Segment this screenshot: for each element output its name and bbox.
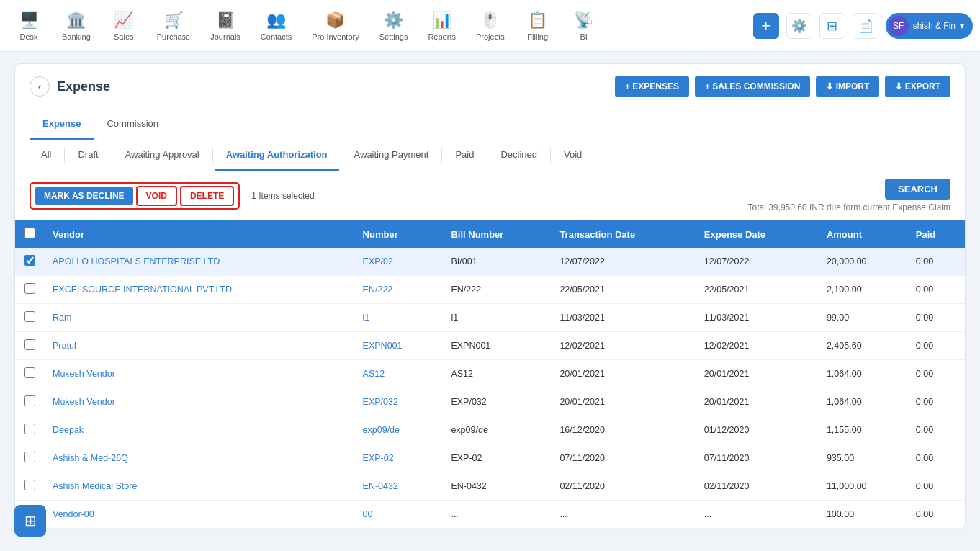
col-checkbox[interactable] <box>15 220 44 248</box>
row-checkbox-cell[interactable] <box>15 416 44 444</box>
row-transaction-date-9: ... <box>551 501 695 529</box>
nav-pro-inventory[interactable]: 📦 Pro Inventory <box>303 5 367 47</box>
row-number-5: EXP/032 <box>354 388 443 416</box>
row-bill-number-7: EXP-02 <box>442 444 551 472</box>
expenses-button[interactable]: + EXPENSES <box>615 76 689 97</box>
back-button[interactable]: ‹ <box>30 76 50 97</box>
row-checkbox-cell[interactable] <box>15 304 44 332</box>
row-checkbox-cell[interactable] <box>15 360 44 388</box>
row-checkbox-cell[interactable] <box>15 332 44 360</box>
settings-nav-button[interactable]: ⚙️ <box>786 13 812 39</box>
row-number-8: EN-0432 <box>354 472 443 501</box>
top-nav: 🖥️ Desk 🏛️ Banking 📈 Sales 🛒 Purchase 📓 … <box>0 0 980 52</box>
sub-tab-awaiting-authorization[interactable]: Awaiting Authorization <box>215 140 339 171</box>
nav-desk[interactable]: 🖥️ Desk <box>7 5 50 47</box>
delete-button[interactable]: DELETE <box>180 186 234 206</box>
table-row: EXCELSOURCE INTERNATIONAL PVT.LTD. EN/22… <box>15 276 965 304</box>
bi-icon: 📡 <box>574 11 593 30</box>
row-bill-number-8: EN-0432 <box>442 472 551 501</box>
row-transaction-date-5: 20/01/2021 <box>551 388 695 416</box>
row-checkbox-cell[interactable] <box>15 444 44 472</box>
row-expense-date-0: 12/07/2022 <box>696 248 818 276</box>
sales-commission-button[interactable]: + SALES COMMISSION <box>695 76 810 97</box>
tab-expense[interactable]: Expense <box>30 109 94 140</box>
nav-banking-label: Banking <box>62 32 91 41</box>
table-row: Deepak exp09/de exp09/de 16/12/2020 01/1… <box>15 416 965 444</box>
divider-2 <box>112 148 112 163</box>
tab-commission[interactable]: Commission <box>94 109 171 140</box>
nav-purchase[interactable]: 🛒 Purchase <box>148 5 199 47</box>
nav-journals-label: Journals <box>210 32 240 41</box>
row-transaction-date-2: 11/03/2021 <box>551 304 695 332</box>
sub-tab-all[interactable]: All <box>30 140 63 171</box>
expense-table-wrap: Vendor Number Bill Number Transaction Da… <box>15 220 965 529</box>
row-vendor-1: EXCELSOURCE INTERNATIONAL PVT.LTD. <box>44 276 354 304</box>
bottom-widget[interactable]: ⊞ <box>14 505 46 537</box>
row-checkbox-1[interactable] <box>24 283 35 294</box>
document-button[interactable]: 📄 <box>853 13 878 39</box>
select-all-checkbox[interactable] <box>24 228 35 238</box>
sub-tab-paid[interactable]: Paid <box>444 140 485 171</box>
page-content: ‹ Expense + EXPENSES + SALES COMMISSION … <box>0 52 980 551</box>
row-checkbox-3[interactable] <box>24 339 35 350</box>
grid-button[interactable]: ⊞ <box>819 13 845 39</box>
selected-count: 1 Items selected <box>251 191 314 201</box>
nav-settings[interactable]: ⚙️ Settings <box>371 5 417 47</box>
row-checkbox-4[interactable] <box>24 367 35 378</box>
sub-tab-declined[interactable]: Declined <box>489 140 549 171</box>
avatar: SF <box>889 16 909 36</box>
export-button[interactable]: ⬇ EXPORT <box>885 76 950 97</box>
row-vendor-7: Ashish & Med-26Q <box>44 444 354 472</box>
sub-tab-void[interactable]: Void <box>552 140 593 171</box>
row-checkbox-cell[interactable] <box>15 248 44 276</box>
row-amount-6: 1,155.00 <box>818 416 907 444</box>
sub-tab-awaiting-payment[interactable]: Awaiting Payment <box>343 140 441 171</box>
row-bill-number-9: ... <box>442 501 551 529</box>
nav-contacts[interactable]: 👥 Contacts <box>252 5 300 47</box>
row-expense-date-9: ... <box>696 501 818 529</box>
nav-bi-label: BI <box>580 32 588 41</box>
nav-sales[interactable]: 📈 Sales <box>102 5 145 47</box>
table-row: Ashish & Med-26Q EXP-02 EXP-02 07/11/202… <box>15 444 965 472</box>
nav-filling[interactable]: 📋 Filling <box>516 5 559 47</box>
action-left: MARK AS DECLINE VOID DELETE 1 Items sele… <box>30 182 315 210</box>
row-checkbox-cell[interactable] <box>15 276 44 304</box>
divider-6 <box>487 148 487 163</box>
row-bill-number-4: AS12 <box>442 360 551 388</box>
search-button[interactable]: SEARCH <box>885 179 950 200</box>
row-paid-9: 0.00 <box>907 501 965 529</box>
sub-tab-draft[interactable]: Draft <box>66 140 109 171</box>
void-button[interactable]: VOID <box>136 186 177 206</box>
row-amount-5: 1,064.00 <box>818 388 907 416</box>
row-vendor-2: Ram <box>44 304 354 332</box>
sub-tab-awaiting-approval[interactable]: Awaiting Approval <box>114 140 211 171</box>
row-number-0: EXP/02 <box>354 248 443 276</box>
row-checkbox-0[interactable] <box>24 255 35 266</box>
divider-5 <box>441 148 442 163</box>
row-number-2: i1 <box>354 304 443 332</box>
row-checkbox-7[interactable] <box>24 452 35 462</box>
nav-journals[interactable]: 📓 Journals <box>202 5 249 47</box>
nav-reports-label: Reports <box>428 32 456 41</box>
import-button[interactable]: ⬇ IMPORT <box>816 76 879 97</box>
nav-settings-label: Settings <box>379 32 408 41</box>
row-checkbox-cell[interactable] <box>15 472 44 501</box>
nav-banking[interactable]: 🏛️ Banking <box>53 5 99 47</box>
row-number-7: EXP-02 <box>354 444 443 472</box>
add-button[interactable]: + <box>753 13 779 39</box>
nav-pro-inventory-label: Pro Inventory <box>312 32 359 41</box>
mark-decline-button[interactable]: MARK AS DECLINE <box>35 187 133 205</box>
nav-bi[interactable]: 📡 BI <box>562 5 606 47</box>
row-checkbox-2[interactable] <box>24 311 35 322</box>
sub-tabs: All Draft Awaiting Approval Awaiting Aut… <box>15 140 965 171</box>
row-checkbox-cell[interactable] <box>15 388 44 416</box>
row-checkbox-8[interactable] <box>24 480 35 490</box>
row-checkbox-6[interactable] <box>24 424 35 434</box>
row-paid-5: 0.00 <box>907 388 965 416</box>
row-checkbox-5[interactable] <box>24 395 35 406</box>
expense-table: Vendor Number Bill Number Transaction Da… <box>15 220 965 529</box>
nav-reports[interactable]: 📊 Reports <box>419 5 464 47</box>
nav-purchase-label: Purchase <box>157 32 190 41</box>
nav-projects[interactable]: 🖱️ Projects <box>467 5 513 47</box>
user-profile[interactable]: SF shish & Fin ▾ <box>886 13 973 39</box>
